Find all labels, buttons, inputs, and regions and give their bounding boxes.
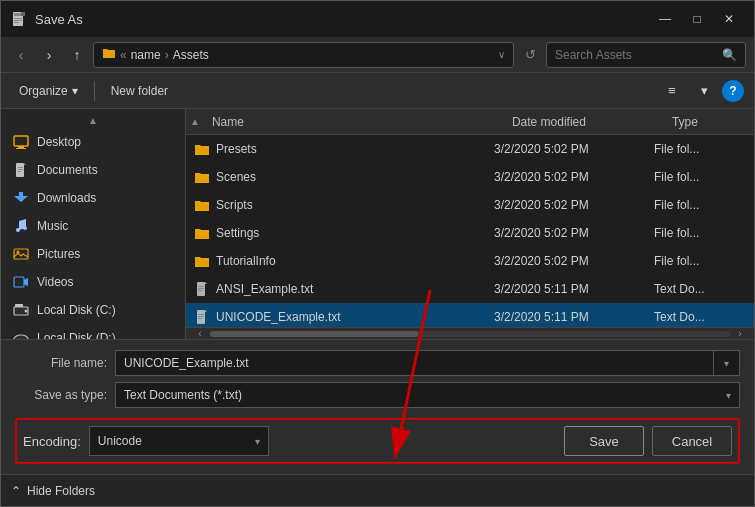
search-icon: 🔍	[722, 48, 737, 62]
minimize-button[interactable]: —	[650, 4, 680, 34]
sidebar-downloads-label: Downloads	[37, 191, 96, 205]
sidebar-pictures-label: Pictures	[37, 247, 80, 261]
address-bar[interactable]: « name › Assets ∨	[93, 42, 514, 68]
folder-icon	[194, 225, 210, 241]
organize-button[interactable]: Organize ▾	[11, 78, 86, 104]
svg-rect-32	[198, 316, 204, 317]
column-header-name[interactable]: Name	[204, 109, 504, 134]
svg-rect-33	[198, 318, 202, 319]
svg-rect-6	[14, 136, 28, 146]
search-input[interactable]	[555, 48, 718, 62]
file-row-selected[interactable]: UNICODE_Example.txt 3/2/2020 5:11 PM Tex…	[186, 303, 754, 327]
app-icon	[11, 11, 27, 27]
svg-rect-13	[18, 171, 21, 172]
file-row[interactable]: Scripts 3/2/2020 5:02 PM File fol...	[186, 191, 754, 219]
sidebar-item-videos[interactable]: Videos	[1, 268, 185, 296]
sidebar-item-downloads[interactable]: Downloads	[1, 184, 185, 212]
sidebar-local-d-label: Local Disk (D:)	[37, 331, 116, 339]
file-row[interactable]: Scenes 3/2/2020 5:02 PM File fol...	[186, 163, 754, 191]
encoding-label: Encoding:	[23, 434, 81, 449]
encoding-dropdown[interactable]: Unicode ▾	[89, 426, 269, 456]
forward-button[interactable]: ›	[37, 43, 61, 67]
navigation-bar: ‹ › ↑ « name › Assets ∨ ↺ 🔍	[1, 37, 754, 73]
filetype-dropdown[interactable]: Text Documents (*.txt) ▾	[115, 382, 740, 408]
desktop-icon	[13, 134, 29, 150]
txt-file-icon	[194, 281, 210, 297]
hide-folders-button[interactable]: ⌃ Hide Folders	[11, 484, 95, 498]
file-list-header: ▲ Name Date modified Type	[186, 109, 754, 135]
filename-input[interactable]	[115, 350, 714, 376]
organize-label: Organize	[19, 84, 68, 98]
filename-row: File name: ▾	[15, 350, 740, 376]
svg-rect-3	[14, 20, 22, 21]
svg-rect-16	[14, 249, 28, 259]
view-icon: ≡	[668, 83, 676, 98]
scroll-left-btn[interactable]: ‹	[190, 328, 210, 339]
save-button[interactable]: Save	[564, 426, 644, 456]
scroll-track[interactable]	[210, 331, 730, 337]
sidebar-item-pictures[interactable]: Pictures	[1, 240, 185, 268]
view-options-button[interactable]: ≡	[658, 78, 686, 104]
refresh-button[interactable]: ↺	[518, 43, 542, 67]
svg-rect-12	[18, 169, 23, 170]
filetype-label: Save as type:	[15, 388, 115, 402]
sidebar-local-c-label: Local Disk (C:)	[37, 303, 116, 317]
sidebar-item-desktop[interactable]: Desktop	[1, 128, 185, 156]
filetype-value: Text Documents (*.txt)	[124, 388, 242, 402]
maximize-button[interactable]: □	[682, 4, 712, 34]
close-button[interactable]: ✕	[714, 4, 744, 34]
filetype-row: Save as type: Text Documents (*.txt) ▾	[15, 382, 740, 408]
dialog-title: Save As	[35, 12, 650, 27]
file-row[interactable]: Presets 3/2/2020 5:02 PM File fol...	[186, 135, 754, 163]
search-bar[interactable]: 🔍	[546, 42, 746, 68]
sidebar-item-music[interactable]: Music	[1, 212, 185, 240]
folder-icon	[102, 46, 116, 63]
local-disk-c-icon	[13, 302, 29, 318]
txt-file-icon	[194, 309, 210, 325]
encoding-value: Unicode	[98, 434, 142, 448]
title-bar: Save As — □ ✕	[1, 1, 754, 37]
toolbar-separator	[94, 81, 95, 101]
filename-dropdown-btn[interactable]: ▾	[714, 350, 740, 376]
folder-icon	[194, 253, 210, 269]
scroll-right-btn[interactable]: ›	[730, 328, 750, 339]
up-button[interactable]: ↑	[65, 43, 89, 67]
svg-point-15	[23, 226, 27, 230]
view-dropdown-button[interactable]: ▾	[690, 78, 718, 104]
folder-icon	[194, 169, 210, 185]
sidebar-item-local-c[interactable]: Local Disk (C:)	[1, 296, 185, 324]
action-buttons: Save Cancel	[564, 426, 732, 456]
address-dropdown-arrow[interactable]: ∨	[498, 49, 505, 60]
scroll-thumb[interactable]	[210, 331, 418, 337]
file-row[interactable]: Settings 3/2/2020 5:02 PM File fol...	[186, 219, 754, 247]
main-content: ▲ Desktop	[1, 109, 754, 339]
help-button[interactable]: ?	[722, 80, 744, 102]
breadcrumb-assets[interactable]: Assets	[173, 48, 209, 62]
back-button[interactable]: ‹	[9, 43, 33, 67]
cancel-button[interactable]: Cancel	[652, 426, 732, 456]
svg-rect-22	[15, 304, 23, 307]
organize-dropdown-icon: ▾	[72, 84, 78, 98]
new-folder-button[interactable]: New folder	[103, 78, 176, 104]
file-row[interactable]: ANSI_Example.txt 3/2/2020 5:11 PM Text D…	[186, 275, 754, 303]
svg-marker-10	[24, 163, 26, 165]
videos-icon	[13, 274, 29, 290]
svg-marker-19	[24, 278, 28, 286]
documents-icon	[13, 162, 29, 178]
column-header-type[interactable]: Type	[664, 109, 744, 134]
svg-point-14	[16, 228, 20, 232]
sidebar-item-local-d[interactable]: Local Disk (D:)	[1, 324, 185, 339]
svg-rect-1	[14, 13, 22, 16]
footer: ⌃ Hide Folders	[1, 474, 754, 506]
svg-rect-31	[198, 314, 204, 315]
column-header-date[interactable]: Date modified	[504, 109, 664, 134]
svg-rect-4	[14, 22, 19, 23]
sidebar-item-documents[interactable]: Documents	[1, 156, 185, 184]
encoding-row: Encoding: Unicode ▾ Save Cancel	[15, 418, 740, 464]
breadcrumb-experiments[interactable]: name	[131, 48, 161, 62]
folder-icon	[194, 197, 210, 213]
toolbar: Organize ▾ New folder ≡ ▾ ?	[1, 73, 754, 109]
file-row[interactable]: TutorialInfo 3/2/2020 5:02 PM File fol..…	[186, 247, 754, 275]
view-dropdown-icon: ▾	[701, 83, 708, 98]
horizontal-scrollbar[interactable]: ‹ ›	[186, 327, 754, 339]
